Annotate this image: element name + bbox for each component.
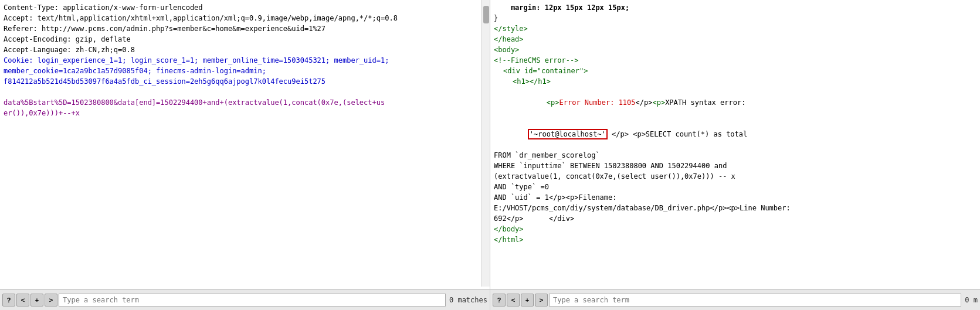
left-pane-content: Content-Type: application/x-www-form-url… bbox=[0, 0, 490, 289]
right-forward-button[interactable]: + bbox=[521, 294, 534, 306]
line-11: er()),0x7e)))+--+x bbox=[4, 108, 481, 118]
line-4: Accept-Encoding: gzip, deflate bbox=[4, 34, 481, 45]
right-line-19: </html> bbox=[494, 234, 976, 245]
right-line-18: </body> bbox=[494, 224, 976, 234]
right-help-button[interactable]: ? bbox=[493, 294, 506, 306]
line-5: Accept-Language: zh-CN,zh;q=0.8 bbox=[4, 45, 481, 55]
left-scrollbar-thumb[interactable] bbox=[483, 6, 489, 23]
right-line-10: '~root@localhost~' </p> <p>SELECT count(… bbox=[494, 118, 976, 150]
right-matches-label: 0 m bbox=[962, 296, 978, 304]
main-content: Content-Type: application/x-www-form-url… bbox=[0, 0, 980, 310]
right-close-p: </p> bbox=[636, 98, 653, 107]
right-line-9: <p>Error Number: 1105</p><p>XPATH syntax… bbox=[494, 87, 976, 118]
line-2: Accept: text/html,application/xhtml+xml,… bbox=[4, 13, 481, 23]
right-line-2: } bbox=[494, 13, 976, 23]
right-search-input[interactable] bbox=[549, 294, 961, 306]
line-1: Content-Type: application/x-www-form-url… bbox=[4, 2, 481, 13]
right-pane: margin: 12px 15px 12px 15px; } </style> … bbox=[490, 0, 980, 310]
right-line-8: <h1></h1> bbox=[494, 76, 976, 87]
left-back-button[interactable]: < bbox=[16, 294, 29, 306]
left-toolbar: ? < + > 0 matches bbox=[0, 289, 490, 310]
right-back-button[interactable]: < bbox=[507, 294, 520, 306]
left-pane: Content-Type: application/x-www-form-url… bbox=[0, 0, 490, 310]
left-help-button[interactable]: ? bbox=[2, 294, 15, 306]
right-toolbar: ? < + > 0 m bbox=[490, 289, 980, 310]
left-forward-button[interactable]: + bbox=[30, 294, 43, 306]
right-error-highlight: '~root@localhost~' bbox=[528, 129, 608, 139]
right-error-text: Error Number: 1105 bbox=[559, 98, 635, 107]
right-next-button[interactable]: > bbox=[535, 294, 548, 306]
right-line-16: E:/VHOST/pcms_com/diy/system/database/DB… bbox=[494, 203, 976, 213]
line-7: member_cookie=1ca2a9bc1a57d9085f04; fine… bbox=[4, 66, 481, 76]
right-p-open: <p> bbox=[547, 98, 559, 107]
right-line-14: AND `type` =0 bbox=[494, 182, 976, 192]
left-next-button[interactable]: > bbox=[45, 294, 57, 306]
right-xpath-text: XPATH syntax error: bbox=[665, 98, 745, 107]
right-line-7: <div id="container"> bbox=[494, 66, 976, 76]
right-line-3: </style> bbox=[494, 23, 976, 34]
line-6: Cookie: login_experience_1=1; login_scor… bbox=[4, 55, 481, 66]
right-line-17: 692</p> </div> bbox=[494, 213, 976, 224]
right-line-6: <!--FineCMS error--> bbox=[494, 55, 976, 66]
line-9 bbox=[4, 87, 481, 97]
right-after-highlight: </p> <p>SELECT count(*) as total bbox=[608, 130, 747, 138]
line-10: data%5Bstart%5D=1502380800&data[end]=150… bbox=[4, 97, 481, 108]
right-line-1: margin: 12px 15px 12px 15px; bbox=[494, 2, 976, 13]
right-pane-content: margin: 12px 15px 12px 15px; } </style> … bbox=[490, 0, 980, 289]
line-3: Referer: http://www.pcms.com/admin.php?s… bbox=[4, 23, 481, 34]
right-line-15: AND `uid` = 1</p><p>Filename: bbox=[494, 192, 976, 203]
left-scrollbar[interactable] bbox=[481, 0, 490, 287]
right-line-12: WHERE `inputtime` BETWEEN 1502380800 AND… bbox=[494, 161, 976, 171]
right-line-5: <body> bbox=[494, 45, 976, 55]
right-line-4: </head> bbox=[494, 34, 976, 45]
line-8: f814212a5b521d45bd53097f6a4a5fdb_ci_sess… bbox=[4, 76, 481, 87]
right-p2: <p> bbox=[652, 98, 665, 107]
left-matches-label: 0 matches bbox=[447, 296, 487, 304]
left-search-input[interactable] bbox=[59, 294, 446, 306]
right-line-13: (extractvalue(1, concat(0x7e,(select use… bbox=[494, 171, 976, 182]
right-line-11: FROM `dr_member_scorelog` bbox=[494, 150, 976, 161]
